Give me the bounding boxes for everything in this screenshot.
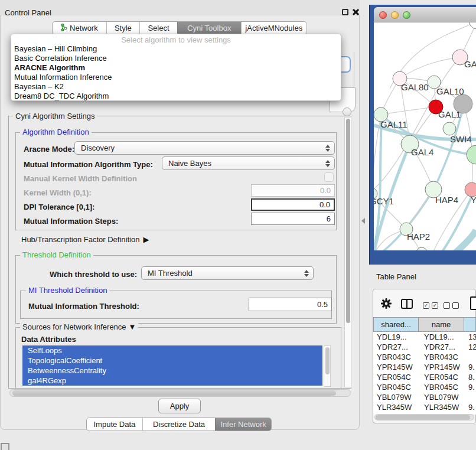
sources-group-title[interactable]: Sources for Network Inference▼ <box>20 323 138 331</box>
minimize-traffic-light-icon[interactable] <box>391 11 399 19</box>
node-label: GAL80 <box>401 82 429 92</box>
select-all-checks-icon[interactable]: ✓ ✓ <box>423 302 438 309</box>
network-node[interactable] <box>467 145 476 164</box>
attribute-item-selected[interactable]: SelfLoops <box>22 345 322 356</box>
manual-kernel-label: Manual Kernel Width Definition <box>24 174 137 183</box>
node-label: SWI4 <box>450 134 472 144</box>
network-node[interactable] <box>416 247 428 250</box>
tab-infer-network[interactable]: Infer Network <box>215 418 271 431</box>
mi-threshold-group-title: MI Threshold Definition <box>26 286 109 294</box>
settings-vertical-scrollbar[interactable] <box>344 117 351 387</box>
tab-network-label: Network <box>70 24 98 32</box>
dropdown-item[interactable]: Bayesian – Hill Climbing <box>11 44 341 54</box>
tab-style[interactable]: Style <box>106 22 139 34</box>
table-horizontal-scrollbar[interactable] <box>374 414 474 420</box>
minimized-panel-icon[interactable] <box>1 443 9 450</box>
attribute-item-selected[interactable]: BetweennessCentrality <box>22 366 322 376</box>
data-attributes-list: SelfLoops TopologicalCoefficient Between… <box>22 345 331 387</box>
zoom-traffic-light-icon[interactable] <box>403 11 410 19</box>
table-row[interactable]: YBL079WYBL079W <box>373 392 476 402</box>
tab-network[interactable]: Network <box>53 22 106 34</box>
dropdown-item[interactable]: Bayesian – K2 <box>11 82 341 92</box>
unchecked-box-icon <box>452 302 459 309</box>
network-node[interactable] <box>470 22 476 29</box>
node-label: GAL4 <box>411 147 433 157</box>
gear-icon[interactable] <box>381 298 392 311</box>
settings-vertical-scrollbar-thumb[interactable] <box>346 119 350 323</box>
hub-section-toggle[interactable]: Hub/Transcription Factor Definition▶ <box>21 235 149 244</box>
kernel-width-field: 0.0 <box>251 184 335 197</box>
attributes-list-scrollbar[interactable] <box>324 345 331 387</box>
control-panel-tabbar: Network Style Select Cyni Toolbox jActiv… <box>52 21 307 35</box>
expanded-triangle-icon: ▼ <box>129 323 136 331</box>
tab-discretize-data[interactable]: Discretize Data <box>142 418 215 431</box>
table-row[interactable]: YDR27...YDR27...12 <box>373 342 476 352</box>
which-threshold-combo[interactable]: MI Threshold <box>141 266 314 280</box>
dropdown-item[interactable]: Mutual Information Inference <box>11 73 341 82</box>
combo-spinner-icon <box>325 145 330 152</box>
mi-type-value: Naive Bayes <box>162 159 325 168</box>
columns-icon[interactable] <box>401 299 413 309</box>
table-row[interactable]: YBR045CYBR045C9. <box>373 382 476 392</box>
table-row[interactable]: YDL19...YDL19...13 <box>373 332 476 342</box>
dpi-tolerance-label: DPI Tolerance [0,1]: <box>24 203 94 211</box>
column-header-shared-name[interactable]: shared... <box>373 317 419 332</box>
table-row[interactable]: YER054CYER054C8. <box>373 372 476 382</box>
collapsed-triangle-icon: ▶ <box>143 235 149 244</box>
mi-type-label: Mutual Information Algorithm Type: <box>24 160 153 169</box>
tab-impute-data[interactable]: Impute Data <box>87 418 142 431</box>
deselect-all-checks-icon[interactable] <box>444 302 459 309</box>
combo-spinner-icon <box>325 160 330 167</box>
checked-box-icon: ✓ <box>423 302 429 309</box>
combo-spinner-icon <box>304 270 309 277</box>
network-canvas[interactable]: GAL GAL80 GAL10 GAL1 GAL11 SWI4 GAL4 GCY… <box>374 22 476 250</box>
node-label: HAP4 <box>435 195 458 205</box>
settings-horizontal-scrollbar[interactable] <box>9 389 351 397</box>
network-window-titlebar[interactable] <box>374 7 476 22</box>
float-window-icon[interactable] <box>342 9 348 15</box>
tab-jactivemnodules[interactable]: jActiveMNodules <box>241 22 307 34</box>
checked-box-icon: ✓ <box>432 302 438 309</box>
dropdown-item[interactable]: Basic Correlation Inference <box>11 54 341 63</box>
table-row[interactable]: YPR145WYPR145W9. <box>373 362 476 372</box>
aracne-mode-combo[interactable]: Discovery <box>74 141 335 155</box>
unchecked-box-icon <box>444 302 450 309</box>
node-label: HAP2 <box>407 231 430 242</box>
network-node-swi4[interactable] <box>443 122 456 135</box>
threshold-definition-title: Threshold Definition <box>20 251 93 259</box>
control-panel-title: Control Panel <box>5 8 51 17</box>
settings-horizontal-scrollbar-thumb[interactable] <box>12 390 336 396</box>
node-label: GAL1 <box>438 109 461 119</box>
column-header-name[interactable]: name <box>418 317 464 332</box>
close-icon[interactable] <box>351 8 360 16</box>
table-horizontal-scrollbar-thumb[interactable] <box>376 415 470 420</box>
mi-steps-field[interactable]: 6 <box>251 213 335 225</box>
occluded-knob-fragment <box>343 107 351 116</box>
aracne-mode-label: Aracne Mode: <box>24 145 74 154</box>
tab-cyni-toolbox[interactable]: Cyni Toolbox <box>177 22 241 34</box>
column-header-partial[interactable] <box>464 317 476 332</box>
attributes-list-scrollbar-thumb[interactable] <box>325 347 330 374</box>
manual-kernel-checkbox <box>324 172 334 182</box>
dpi-tolerance-field[interactable]: 0.0 <box>251 198 335 211</box>
cyni-settings-group-title: Cyni Algorithm Settings <box>13 112 97 120</box>
apply-button[interactable]: Apply <box>158 399 201 413</box>
table-row[interactable]: YBR043CYBR043C <box>373 352 476 362</box>
close-traffic-light-icon[interactable] <box>379 11 387 19</box>
attribute-item-selected[interactable]: gal4RGexp <box>22 376 322 386</box>
mi-threshold-field[interactable]: 0.5 <box>249 298 332 311</box>
node-table: YDL19...YDL19...13 YDR27...YDR27...12 YB… <box>373 332 476 415</box>
dropdown-item-selected[interactable]: ARACNE Algorithm <box>11 63 341 73</box>
attribute-item-selected[interactable]: TopologicalCoefficient <box>22 356 322 366</box>
panel-splitter-handle[interactable] <box>361 218 365 224</box>
aracne-mode-value: Discovery <box>75 144 325 152</box>
which-threshold-value: MI Threshold <box>142 269 304 278</box>
kernel-width-label: Kernel Width (0,1): <box>24 188 92 197</box>
dropdown-item[interactable]: Dream8 DC_TDC Algorithm <box>11 92 341 101</box>
table-row[interactable]: YLR345WYLR345W9. <box>373 402 476 412</box>
mi-type-combo[interactable]: Naive Bayes <box>162 156 335 170</box>
node-label: GCY1 <box>374 196 394 206</box>
mi-steps-label: Mutual Information Steps: <box>24 217 118 226</box>
document-icon[interactable] <box>470 296 476 310</box>
tab-select[interactable]: Select <box>139 22 177 34</box>
